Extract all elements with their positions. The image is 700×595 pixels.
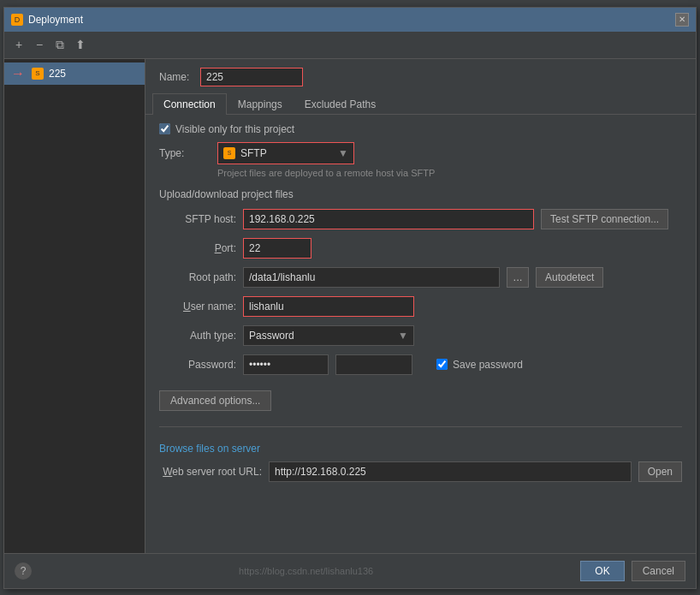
sftp-host-label: SFTP host: <box>159 213 236 225</box>
save-password-label: Save password <box>453 359 523 371</box>
tab-mappings[interactable]: Mappings <box>227 93 294 115</box>
bottom-bar: ? https://blog.csdn.net/lishanlu136 OK C… <box>4 553 696 588</box>
type-row: Type: S SFTP ▼ <box>159 142 682 164</box>
help-button[interactable]: ? <box>15 562 32 580</box>
save-password-row: Save password <box>436 359 523 371</box>
web-root-label: Web server root URL: <box>159 466 262 478</box>
auth-type-row: Auth type: Password ▼ <box>159 325 682 346</box>
port-row: Port: <box>159 238 682 259</box>
dialog-title: Deployment <box>28 14 83 26</box>
browse-dots-button[interactable]: ... <box>507 267 529 288</box>
type-value: SFTP <box>240 147 267 159</box>
auth-type-select[interactable]: Password ▼ <box>243 325 414 346</box>
password-label: Password: <box>159 359 236 371</box>
type-select[interactable]: S SFTP ▼ <box>217 142 354 164</box>
divider <box>159 426 682 427</box>
toolbar: + − ⧉ ⬆ <box>4 32 696 59</box>
section-title: Upload/download project files <box>159 188 682 200</box>
user-name-label: User name: <box>159 300 236 312</box>
cancel-button[interactable]: Cancel <box>632 561 685 581</box>
open-button[interactable]: Open <box>638 461 682 482</box>
chevron-down-icon: ▼ <box>398 330 408 342</box>
password-row: Password: Save password <box>159 354 682 375</box>
password-input[interactable] <box>243 354 329 375</box>
password-extra-input[interactable] <box>335 354 412 375</box>
sidebar: → S 225 <box>4 59 145 553</box>
visible-only-checkbox[interactable] <box>159 123 170 134</box>
autodetect-button[interactable]: Autodetect <box>536 267 603 288</box>
advanced-options-row: Advanced options... <box>159 384 682 411</box>
browse-files-link[interactable]: Browse files on server <box>159 443 682 455</box>
save-password-checkbox[interactable] <box>436 359 448 370</box>
type-hint: Project files are deployed to a remote h… <box>159 168 682 178</box>
sftp-icon: S <box>223 147 235 159</box>
user-name-input[interactable] <box>243 296 414 317</box>
name-label: Name: <box>159 71 193 83</box>
sftp-host-input[interactable] <box>243 209 534 229</box>
port-label: Port: <box>159 242 236 254</box>
sftp-host-row: SFTP host: Test SFTP connection... <box>159 209 682 229</box>
auth-type-value: Password <box>249 330 294 342</box>
visible-only-row: Visible only for this project <box>159 123 682 135</box>
visible-only-label: Visible only for this project <box>175 123 294 135</box>
watermark: https://blog.csdn.net/lishanlu136 <box>239 566 373 576</box>
move-button[interactable]: ⬆ <box>71 35 90 54</box>
add-button[interactable]: + <box>9 35 28 54</box>
user-name-row: User name: <box>159 296 682 317</box>
content-area: → S 225 Name: Connection Mappings Exclud… <box>4 59 696 553</box>
copy-button[interactable]: ⧉ <box>50 35 69 54</box>
type-label: Type: <box>159 147 211 159</box>
bottom-right: OK Cancel <box>580 561 685 581</box>
tab-excluded-paths[interactable]: Excluded Paths <box>294 93 387 115</box>
server-icon: S <box>32 68 44 80</box>
remove-button[interactable]: − <box>30 35 49 54</box>
dialog-icon: D <box>11 14 23 26</box>
ok-button[interactable]: OK <box>580 561 624 581</box>
web-root-input[interactable] <box>269 461 632 482</box>
test-sftp-button[interactable]: Test SFTP connection... <box>541 209 668 229</box>
chevron-down-icon: ▼ <box>338 147 348 159</box>
main-panel: Name: Connection Mappings Excluded Paths… <box>145 59 696 553</box>
root-path-label: Root path: <box>159 271 236 283</box>
sidebar-item-225[interactable]: → S 225 <box>4 62 145 85</box>
panel-body: Visible only for this project Type: S SF… <box>145 115 696 491</box>
tab-connection[interactable]: Connection <box>152 93 227 115</box>
title-bar: D Deployment ✕ <box>4 8 696 32</box>
tabs: Connection Mappings Excluded Paths <box>145 93 696 115</box>
auth-type-label: Auth type: <box>159 330 236 342</box>
deployment-dialog: D Deployment ✕ + − ⧉ ⬆ → S 225 Name: <box>3 7 697 589</box>
root-path-input[interactable] <box>243 267 500 288</box>
web-root-row: Web server root URL: Open <box>159 461 682 482</box>
name-row: Name: <box>145 59 696 93</box>
advanced-options-button[interactable]: Advanced options... <box>159 390 271 411</box>
root-path-row: Root path: ... Autodetect <box>159 267 682 288</box>
arrow-icon: → <box>11 66 25 81</box>
name-input[interactable] <box>200 68 303 86</box>
close-button[interactable]: ✕ <box>675 13 689 27</box>
sidebar-item-label: 225 <box>49 68 66 80</box>
port-input[interactable] <box>243 238 311 259</box>
